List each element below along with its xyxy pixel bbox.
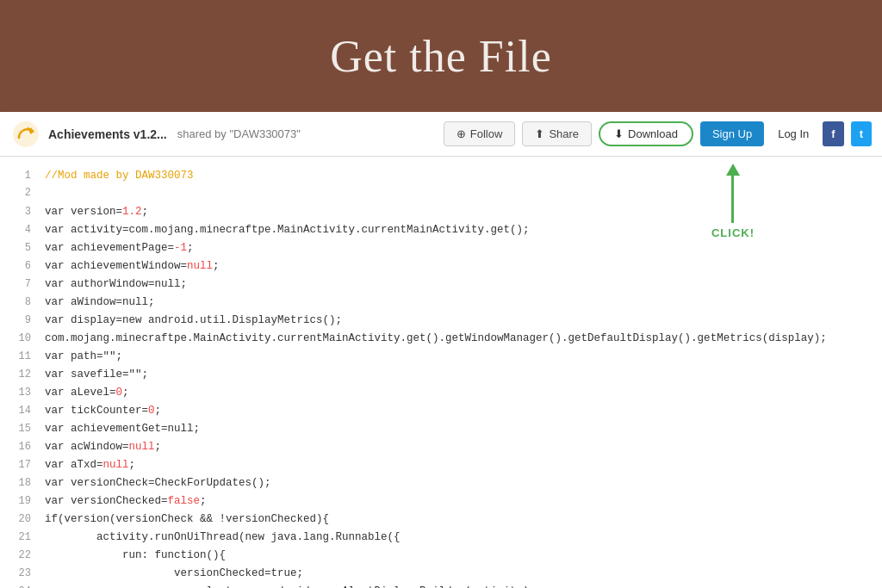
line-content: var versionChecked=false;	[45, 492, 207, 511]
share-icon: ⬆	[535, 127, 544, 140]
line-number: 8	[7, 294, 31, 312]
line-content: var versionCheck=CheckForUpdates();	[45, 474, 271, 492]
line-number: 3	[7, 204, 31, 221]
twitter-icon: t	[860, 127, 863, 140]
line-number: 22	[7, 548, 31, 565]
line-number: 5	[7, 240, 31, 257]
line-number: 7	[7, 276, 31, 294]
line-number: 11	[7, 349, 31, 366]
line-number: 15	[7, 421, 31, 438]
line-content: var alert=new android.app.AlertDialog.Bu…	[45, 583, 536, 588]
code-line: 13var aLevel=0;	[0, 384, 882, 402]
facebook-icon: f	[831, 127, 835, 140]
line-number: 24	[7, 584, 31, 588]
login-button[interactable]: Log In	[771, 121, 816, 146]
code-line: 2	[0, 185, 882, 203]
line-content: var tickCounter=0;	[45, 402, 161, 420]
line-number: 9	[7, 313, 31, 330]
line-content: var path="";	[45, 348, 122, 366]
login-label: Log In	[778, 127, 809, 140]
code-line: 19var versionChecked=false;	[0, 492, 882, 511]
line-content: activity.runOnUiThread(new java.lang.Run…	[45, 529, 401, 547]
code-line: 3var version=1.2;	[0, 203, 882, 221]
code-viewer: 1//Mod made by DAW33007323var version=1.…	[0, 157, 882, 588]
toolbar: Achievements v1.2... shared by "DAW33007…	[0, 112, 882, 157]
line-content: var display=new android.util.DisplayMetr…	[45, 312, 342, 330]
code-line: 10com.mojang.minecraftpe.MainActivity.cu…	[0, 330, 882, 348]
follow-label: Follow	[470, 127, 503, 140]
header-banner: Get the File	[0, 0, 882, 112]
code-line: 20if(version(versionCheck && !versionChe…	[0, 511, 882, 529]
line-content: var activity=com.mojang.minecraftpe.Main…	[45, 221, 530, 239]
logo-icon	[12, 121, 40, 148]
line-content: var achievementWindow=null;	[45, 257, 220, 275]
line-number: 21	[7, 529, 31, 547]
code-line: 18var versionCheck=CheckForUpdates();	[0, 474, 882, 492]
line-content: if(version(versionCheck && !versionCheck…	[45, 511, 329, 529]
svg-point-0	[13, 121, 39, 147]
code-line: 1//Mod made by DAW330073	[0, 167, 882, 185]
code-line: 8var aWindow=null;	[0, 294, 882, 312]
code-line: 5var achievementPage=-1;	[0, 239, 882, 257]
line-number: 18	[7, 475, 31, 492]
line-number: 19	[7, 493, 31, 511]
code-line: 7var authorWindow=null;	[0, 275, 882, 294]
line-number: 1	[7, 168, 31, 185]
line-content: var aWindow=null;	[45, 294, 155, 312]
line-number: 13	[7, 385, 31, 402]
file-title: Achievements v1.2...	[48, 127, 167, 141]
code-line: 12var savefile="";	[0, 366, 882, 384]
line-number: 14	[7, 403, 31, 420]
download-button[interactable]: ⬇ Download	[599, 121, 693, 146]
share-button[interactable]: ⬆ Share	[522, 121, 592, 146]
code-line: 6var achievementWindow=null;	[0, 257, 882, 275]
follow-button[interactable]: ⊕ Follow	[444, 121, 516, 146]
code-line: 23 versionChecked=true;	[0, 565, 882, 583]
twitter-button[interactable]: t	[851, 121, 872, 146]
signup-button[interactable]: Sign Up	[700, 121, 764, 146]
line-number: 6	[7, 258, 31, 275]
line-number: 23	[7, 566, 31, 583]
line-content: run: function(){	[45, 547, 226, 565]
line-number: 17	[7, 457, 31, 474]
line-content: //Mod made by DAW330073	[45, 167, 194, 185]
line-number: 12	[7, 367, 31, 384]
code-line: 4var activity=com.mojang.minecraftpe.Mai…	[0, 221, 882, 239]
share-label: Share	[549, 127, 579, 140]
line-content: versionChecked=true;	[45, 565, 303, 583]
line-content: var savefile="";	[45, 366, 148, 384]
code-section: CLICK! 1//Mod made by DAW33007323var ver…	[0, 157, 882, 588]
line-content: var aTxd=null;	[45, 456, 135, 474]
line-content: var aLevel=0;	[45, 384, 129, 402]
code-line: 9var display=new android.util.DisplayMet…	[0, 312, 882, 330]
download-icon: ⬇	[614, 127, 624, 140]
site-logo	[10, 119, 41, 150]
code-line: 11var path="";	[0, 348, 882, 366]
code-line: 21 activity.runOnUiThread(new java.lang.…	[0, 529, 882, 547]
page-title: Get the File	[330, 31, 552, 82]
line-number: 16	[7, 439, 31, 456]
signup-label: Sign Up	[712, 127, 752, 140]
code-line: 17var aTxd=null;	[0, 456, 882, 474]
line-content: var achievementPage=-1;	[45, 239, 194, 257]
line-content: com.mojang.minecraftpe.MainActivity.curr…	[45, 330, 827, 348]
line-content: var acWindow=null;	[45, 438, 161, 456]
line-content: var authorWindow=null;	[45, 275, 187, 294]
facebook-button[interactable]: f	[823, 121, 843, 146]
line-content: var achievementGet=null;	[45, 420, 200, 438]
line-number: 2	[7, 185, 31, 202]
code-line: 15var achievementGet=null;	[0, 420, 882, 438]
code-line: 22 run: function(){	[0, 547, 882, 565]
line-number: 4	[7, 222, 31, 239]
line-content: var version=1.2;	[45, 203, 148, 221]
line-number: 10	[7, 331, 31, 348]
download-label: Download	[628, 127, 678, 140]
code-line: 16var acWindow=null;	[0, 438, 882, 456]
line-number: 20	[7, 511, 31, 529]
code-line: 14var tickCounter=0;	[0, 402, 882, 420]
follow-icon: ⊕	[457, 127, 466, 140]
code-line: 24 var alert=new android.app.AlertDialog…	[0, 583, 882, 588]
shared-by: shared by "DAW330073"	[177, 127, 301, 140]
